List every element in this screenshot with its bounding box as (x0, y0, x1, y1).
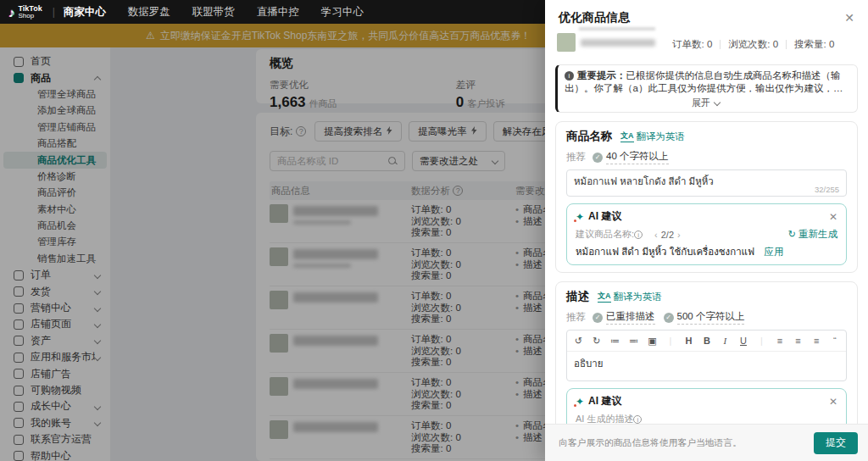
translate-link[interactable]: 文A翻译为英语 (620, 131, 685, 143)
heading-icon[interactable]: H (684, 336, 693, 346)
top-nav-item[interactable]: 学习中心 (321, 5, 364, 19)
top-nav-item[interactable]: 商家中心 (64, 5, 106, 19)
name-section-title: 商品名称 (566, 129, 612, 144)
check-circle-icon: ✓ (593, 313, 603, 323)
ai-sparkle-icon: ✦ (576, 396, 584, 408)
chevron-down-icon (714, 98, 721, 105)
suggestion-pager: ‹2/2› (651, 230, 684, 240)
bullet-list-icon[interactable]: ≔ (610, 336, 620, 347)
bold-icon[interactable]: B (703, 336, 712, 346)
product-name-section: 商品名称 文A翻译为英语 推荐 ✓ 40 个字符以上 หม้อกาแฟ หลาย… (555, 121, 858, 273)
panel-product-summary: 订单数: 0 浏览次数: 0 搜索量: 0 (557, 31, 854, 61)
product-thumbnail (557, 33, 576, 52)
important-notice: i重要提示：已根据你提供的信息自动生成商品名称和描述（输出）。你了解（a）此工具… (555, 64, 858, 113)
orders-stat: 订单数: 0 (672, 38, 712, 51)
check-circle-icon: ✓ (593, 153, 603, 163)
brand-sub: Shop (19, 13, 42, 19)
regenerate-link[interactable]: ↻重新生成 (788, 228, 837, 241)
prev-icon[interactable]: ‹ (654, 230, 658, 240)
underline-icon[interactable]: U (739, 336, 748, 346)
searches-stat: 搜索量: 0 (794, 38, 834, 51)
close-icon[interactable]: ✕ (829, 397, 837, 407)
locale-note: 向客户展示的商品信息将使用客户当地语言。 (559, 437, 742, 449)
tiktok-note-icon: ♪ (8, 5, 15, 19)
recommendation: 500 个字符以上 (677, 310, 745, 325)
redo-icon[interactable]: ↻ (593, 336, 602, 347)
description-editor: ↺↻≔≕▣|HBIU|≡≡≡“ อธิบาย (566, 330, 847, 381)
description-input[interactable]: อธิบาย (567, 352, 846, 380)
align-right-icon[interactable]: ≡ (812, 336, 821, 346)
quote-icon[interactable]: “ (830, 336, 839, 346)
views-stat: 浏览次数: 0 (728, 38, 778, 51)
tiktok-shop-logo[interactable]: ♪ TikTok Shop (8, 5, 42, 19)
check-circle-icon: ✓ (664, 313, 674, 323)
info-icon[interactable]: i (633, 415, 642, 424)
close-icon[interactable]: ✕ (844, 12, 854, 24)
italic-icon[interactable]: I (721, 336, 730, 346)
editor-toolbar: ↺↻≔≕▣|HBIU|≡≡≡“ (567, 330, 846, 352)
submit-button[interactable]: 提交 (814, 432, 858, 454)
recommendation: 40 个字符以上 (606, 150, 669, 164)
ai-suggestion-box: ✦ AI 建议 ✕ 建议商品名称: i ‹2/2› ↻重新生成 หม้อกาแฟ… (566, 203, 847, 265)
align-left-icon[interactable]: ≡ (776, 336, 785, 346)
undo-icon[interactable]: ↺ (574, 336, 583, 347)
suggested-name: หม้อกาแฟ สีดำ มีหูหิ้ว ใช้กับเครื่องชงกา… (576, 247, 754, 257)
top-nav-item[interactable]: 数据罗盘 (128, 5, 170, 19)
divider-icon[interactable]: | (757, 336, 766, 346)
next-icon[interactable]: › (677, 230, 681, 240)
suggestion-label: 建议商品名称: (576, 228, 634, 241)
ai-sparkle-icon: ✦ (576, 211, 584, 223)
divider-icon[interactable]: | (666, 336, 676, 346)
translate-link[interactable]: 文A翻译为英语 (598, 291, 662, 303)
stat-separator (786, 40, 787, 49)
char-counter: 32/255 (815, 185, 839, 194)
desc-section-title: 描述 (566, 289, 589, 304)
top-nav-item[interactable]: 直播中控 (257, 5, 299, 19)
panel-title: 优化商品信息 (559, 10, 630, 25)
align-center-icon[interactable]: ≡ (793, 336, 803, 346)
product-name-input[interactable]: หม้อกาแฟ หลายโกดัง สีดำ มีหูหิ้ว 32/255 (566, 169, 847, 197)
redacted-text-line (579, 27, 655, 31)
ordered-list-icon[interactable]: ≕ (629, 336, 638, 347)
refresh-icon: ↻ (788, 229, 796, 239)
nav-divider: | (53, 6, 55, 18)
close-icon[interactable]: ✕ (829, 212, 837, 222)
insert-image-icon[interactable]: ▣ (648, 336, 657, 347)
stat-separator (720, 40, 721, 49)
apply-link[interactable]: 应用 (764, 247, 783, 257)
expand-notice-link[interactable]: 展开 (565, 97, 847, 109)
top-nav-item[interactable]: 联盟带货 (192, 5, 235, 19)
recommend-label: 推荐 (566, 311, 586, 324)
recommend-label: 推荐 (566, 151, 586, 164)
info-icon[interactable]: i (634, 230, 643, 239)
info-icon: i (565, 71, 574, 81)
translate-icon: 文A (598, 291, 611, 303)
notice-prefix: 重要提示： (577, 70, 626, 81)
panel-footer: 向客户展示的商品信息将使用客户当地语言。 提交 (545, 424, 868, 461)
translate-icon: 文A (620, 131, 634, 142)
optimize-product-panel: 优化商品信息 ✕ 订单数: 0 浏览次数: 0 搜索量: 0 i重要提示：已根据… (545, 0, 868, 461)
recommendation: 已重排描述 (606, 310, 655, 325)
redacted-product-name (581, 39, 655, 47)
